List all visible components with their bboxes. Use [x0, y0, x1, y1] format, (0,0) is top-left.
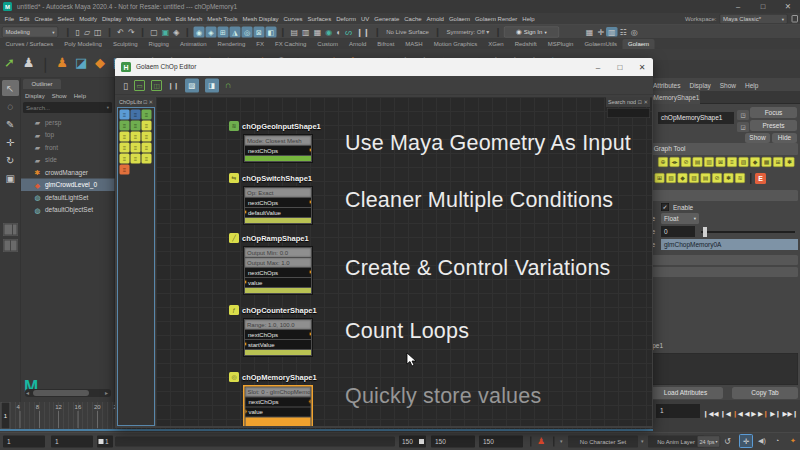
outliner-hscrollbar-thumb[interactable] [33, 390, 89, 396]
chop-node-icon[interactable]: ✱ [785, 157, 795, 167]
outliner-item-crowdManager[interactable]: ✱crowdManager [21, 166, 115, 179]
split-icon[interactable]: ◫ [151, 80, 162, 91]
chop-library-node-icon[interactable]: ≡ [120, 110, 130, 120]
right-icon[interactable]: ◎ [629, 27, 640, 37]
outliner-item-glmCrowdLevel_0[interactable]: ◆glmCrowdLevel_0 [21, 179, 115, 192]
outliner-item-persp[interactable]: ▰persp [21, 116, 115, 129]
port-dot-out[interactable] [309, 399, 311, 404]
node-param-row[interactable]: Slot: 0 - glmChopMemory0A [246, 388, 311, 397]
chop-output-icon[interactable]: E [755, 173, 766, 184]
shelf-tab-mash[interactable]: MASH [400, 39, 428, 49]
right-icon[interactable]: ✛ [595, 27, 606, 37]
port-dot-in[interactable] [246, 409, 248, 414]
chop-library-tab[interactable]: ChOpLibrary [119, 97, 142, 107]
scroll-left-arrow[interactable]: ◂ [26, 389, 29, 397]
render-icon[interactable]: ◉ [323, 27, 334, 37]
render-icon[interactable]: ▦ [312, 27, 324, 37]
ae-menu-help[interactable]: Help [745, 81, 758, 89]
shelf-tab-animation[interactable]: Animation [174, 39, 212, 49]
chop-library-node-icon[interactable]: ≡ [120, 143, 130, 153]
chop-library-node-icon[interactable]: ≡ [142, 143, 152, 153]
snap-icon[interactable]: ◮ [230, 26, 241, 37]
init-value-field[interactable]: 0 [661, 226, 695, 237]
menu-uv[interactable]: UV [358, 13, 371, 25]
chop-node-icon[interactable]: ▥ [704, 157, 714, 167]
ae-menu-attributes[interactable]: Attributes [653, 81, 680, 89]
clock-icon[interactable]: ◔ [775, 437, 779, 445]
pin-icon[interactable]: ⊡ [637, 97, 642, 107]
timeline-playhead[interactable]: 1 [1, 402, 10, 429]
menu-mesh-tools[interactable]: Mesh Tools [205, 13, 240, 25]
shelf-tool-icon[interactable]: ◆ [91, 50, 110, 76]
chop-node-icon[interactable]: ◂▸ [670, 157, 680, 167]
move-tool[interactable]: ✛ [2, 134, 19, 150]
headphones-icon[interactable]: ∩ [225, 80, 232, 91]
menu-select[interactable]: Select [55, 13, 77, 25]
chop-node-icon[interactable]: ≋ [735, 173, 745, 183]
chop-node-icon[interactable]: ⊘ [712, 173, 722, 183]
lasso-tool[interactable]: ◌ [2, 98, 19, 114]
shelf-tab-xgen[interactable]: XGen [483, 39, 509, 49]
shelf-tab-poly-modeling[interactable]: Poly Modeling [59, 39, 108, 49]
node-port-row[interactable]: startValue [245, 340, 311, 349]
shelf-tool-icon[interactable]: ♟ [19, 50, 38, 76]
shelf-tab-fx[interactable]: FX [251, 39, 270, 49]
chop-node-icon[interactable]: ⊞ [773, 157, 783, 167]
outliner-item-front[interactable]: ▰front [21, 141, 115, 154]
workspace-select[interactable]: Maya Classic*▾ [720, 14, 788, 24]
menu-mesh[interactable]: Mesh [153, 13, 173, 25]
chop-node-graph[interactable]: Search nodes⊡✕ ≋chOpGeoInputShape1Mode: … [156, 97, 652, 426]
loop-icon[interactable]: ↺ [724, 437, 731, 447]
snap-icon[interactable]: ◎ [242, 26, 253, 37]
port-dot-out[interactable] [309, 200, 311, 205]
right-icon[interactable]: ☷ [618, 27, 629, 37]
step-forward-key-button[interactable]: ▶❙ [758, 409, 768, 417]
ae-menu-show[interactable]: Show [720, 81, 736, 89]
chop-node-icon[interactable]: ⊕ [658, 157, 668, 167]
shelf-tab-golaemutils[interactable]: GolaemUtils [579, 39, 623, 49]
charset-caret[interactable]: ▾ [560, 439, 563, 445]
shelf-tab-custom[interactable]: Custom [312, 39, 344, 49]
minimize-button[interactable]: – [728, 0, 748, 13]
port-dot-out[interactable] [309, 332, 311, 337]
scale-tool[interactable]: ▣ [2, 170, 19, 186]
step-back-frame-button[interactable]: ❙◀ [720, 409, 730, 417]
menu-edit[interactable]: Edit [17, 13, 32, 25]
chop-node-icon[interactable]: ≡ [727, 157, 737, 167]
statusline-icon[interactable]: ▣ [160, 27, 172, 37]
render-icon[interactable]: ▤ [289, 27, 301, 37]
scroll-right-arrow[interactable]: ▸ [105, 389, 108, 397]
chop-node-icon[interactable]: ▤ [693, 157, 703, 167]
statusline-icon[interactable]: ◈ [171, 27, 181, 37]
shelf-tab-rigging[interactable]: Rigging [143, 39, 174, 49]
shelf-tab-rendering[interactable]: Rendering [212, 39, 251, 49]
step-forward-frame-button[interactable]: ▶❙ [770, 409, 780, 417]
snap-icon[interactable]: ◈ [206, 26, 217, 37]
outliner-item-side[interactable]: ▰side [21, 154, 115, 167]
current-frame-field[interactable]: 1 [656, 404, 700, 418]
search-nodes-tab[interactable]: Search nodes [608, 97, 636, 107]
chop-library-node-icon[interactable]: ≡ [142, 121, 152, 131]
statusline-icon[interactable]: ↷ [126, 27, 137, 37]
auto-keyframe-toggle[interactable]: ✛ [739, 434, 753, 448]
shelf-tab-bifrost[interactable]: Bifrost [372, 39, 400, 49]
chop-node-icon[interactable]: ▨ [739, 157, 749, 167]
menu-generate[interactable]: Generate [372, 13, 402, 25]
chop-library-node-icon[interactable]: ≡ [120, 154, 130, 164]
chop-node-icon[interactable]: ⊞ [655, 173, 665, 183]
chop-maximize-button[interactable]: □ [611, 60, 629, 74]
node-param-row[interactable]: Output Max: 1.0 [245, 258, 311, 267]
chop-minimize-button[interactable]: – [589, 60, 607, 74]
close-button[interactable]: ✕ [778, 0, 798, 13]
snap-icon[interactable]: ⊠ [254, 26, 265, 37]
menu-deform[interactable]: Deform [334, 13, 359, 25]
chop-node-icon[interactable]: ⊘ [681, 157, 691, 167]
statusline-icon[interactable]: ▱ [82, 27, 92, 37]
shelf-tool-icon[interactable]: ➚ [0, 50, 19, 76]
node-body[interactable]: Range: 1.0, 100.0nextChOpsstartValue [243, 318, 313, 357]
node-param-row[interactable]: Op: Exact [245, 188, 311, 197]
node-port-row[interactable]: defaultValue [245, 208, 311, 217]
frame-icon[interactable]: ❙❙ [168, 82, 179, 90]
node-body[interactable]: Slot: 0 - glmChopMemory0AnextChOpsvalue [243, 385, 313, 426]
rotate-tool[interactable]: ↻ [2, 152, 19, 168]
